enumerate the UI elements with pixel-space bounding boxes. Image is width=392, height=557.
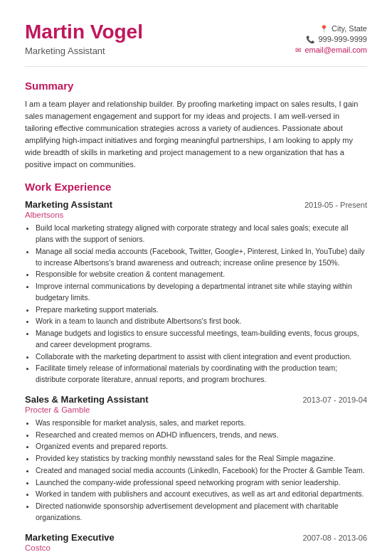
work-experience-section: Work Experience Marketing Assistant 2019… — [25, 181, 367, 557]
job-1-company: Albertsons — [25, 211, 367, 219]
list-item: Researched and created memos on ADHD inf… — [36, 430, 367, 441]
job-2-company: Procter & Gamble — [25, 405, 367, 414]
job-3-dates: 2007-08 - 2013-06 — [302, 534, 367, 542]
list-item: Manage budgets and logistics to ensure s… — [36, 328, 367, 351]
contact-phone: 📞 999-999-9999 — [295, 35, 367, 43]
list-item: Worked in tandem with publishers and acc… — [36, 489, 367, 500]
list-item: Created and managed social media account… — [36, 465, 367, 477]
phone-text: 999-999-9999 — [318, 35, 367, 43]
work-experience-title: Work Experience — [25, 181, 367, 194]
email-icon: ✉ — [295, 46, 301, 54]
phone-icon: 📞 — [306, 36, 314, 43]
list-item: Collaborate with the marketing departmen… — [36, 351, 367, 363]
job-1-title: Marketing Assistant — [25, 199, 112, 210]
header-left: Martin Vogel Marketing Assistant — [25, 21, 143, 56]
job-1: Marketing Assistant 2019-05 - Present Al… — [25, 199, 367, 386]
email-link[interactable]: email@email.com — [304, 46, 367, 54]
summary-title: Summary — [25, 80, 367, 93]
list-item: Launched the company-wide professional s… — [36, 477, 367, 489]
job-2-header: Sales & Marketing Assistant 2013-07 - 20… — [25, 394, 367, 405]
job-2: Sales & Marketing Assistant 2013-07 - 20… — [25, 394, 367, 524]
header-section: Martin Vogel Marketing Assistant 📍 City,… — [25, 21, 367, 67]
list-item: Work in a team to launch and distribute … — [36, 316, 367, 327]
job-3-title: Marketing Executive — [25, 532, 115, 543]
job-1-header: Marketing Assistant 2019-05 - Present — [25, 199, 367, 210]
job-1-dates: 2019-05 - Present — [304, 201, 367, 209]
location-text: City, State — [332, 24, 367, 33]
contact-location: 📍 City, State — [295, 24, 367, 33]
location-icon: 📍 — [319, 25, 328, 33]
job-2-dates: 2013-07 - 2019-04 — [302, 396, 367, 404]
job-2-title: Sales & Marketing Assistant — [25, 394, 149, 405]
list-item: Provided key statistics by tracking mont… — [36, 453, 367, 465]
summary-section: Summary I am a team player and relations… — [25, 80, 367, 171]
summary-text: I am a team player and relationship buil… — [25, 98, 367, 171]
list-item: Manage all social media accounts (Facebo… — [36, 246, 367, 269]
job-2-bullets: Was responsible for market analysis, sal… — [25, 418, 367, 524]
candidate-name: Martin Vogel — [25, 21, 143, 43]
contact-email: ✉ email@email.com — [295, 46, 367, 54]
job-3: Marketing Executive 2007-08 - 2013-06 Co… — [25, 532, 367, 557]
list-item: Improve internal communications by devel… — [36, 281, 367, 304]
candidate-job-title: Marketing Assistant — [25, 46, 143, 56]
list-item: Directed nationwide sponsorship advertis… — [36, 501, 367, 524]
list-item: Prepare marketing support materials. — [36, 304, 367, 316]
resume-container: Martin Vogel Marketing Assistant 📍 City,… — [0, 0, 392, 557]
job-3-header: Marketing Executive 2007-08 - 2013-06 — [25, 532, 367, 543]
list-item: Was responsible for market analysis, sal… — [36, 418, 367, 429]
job-1-bullets: Build local marketing strategy aligned w… — [25, 223, 367, 386]
list-item: Responsible for website creation & conte… — [36, 269, 367, 280]
list-item: Facilitate timely release of information… — [36, 363, 367, 386]
list-item: Build local marketing strategy aligned w… — [36, 223, 367, 245]
header-right: 📍 City, State 📞 999-999-9999 ✉ email@ema… — [295, 24, 367, 56]
job-3-company: Costco — [25, 543, 367, 552]
list-item: Organized events and prepared reports. — [36, 441, 367, 452]
